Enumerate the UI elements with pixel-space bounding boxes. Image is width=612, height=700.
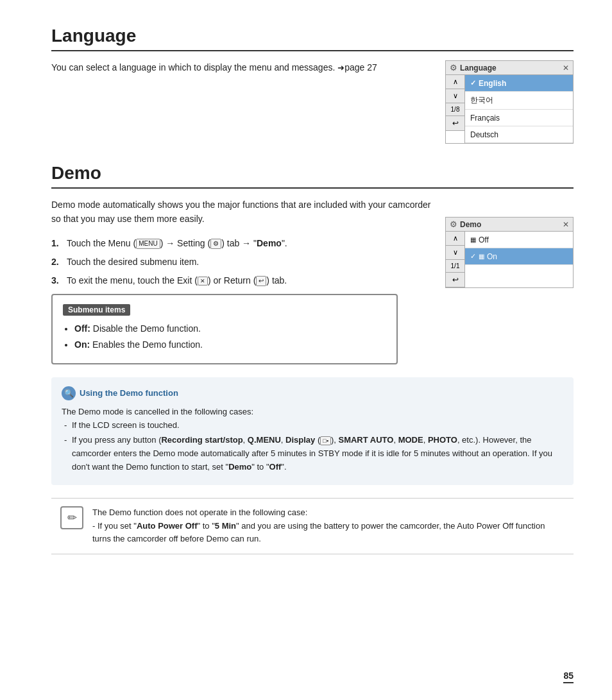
step-2-num: 2. (51, 255, 63, 269)
language-item-label: 한국어 (470, 95, 493, 106)
language-widget-header: ⚙ Language ✕ (446, 61, 573, 75)
demo-widget: ⚙ Demo ✕ ∧ ∨ 1/1 ↩ ▦ Off ✓ (445, 217, 574, 288)
demo-nav-up[interactable]: ∧ (446, 232, 464, 246)
note-intro: The Demo mode is cancelled in the follow… (62, 405, 563, 419)
step-3-num: 3. (51, 274, 63, 287)
language-title: Language (51, 26, 574, 51)
step-2-content: Touch the desired submenu item. (67, 255, 432, 269)
setting-icon: ⚙ (210, 239, 221, 249)
language-item-label: Français (470, 114, 500, 123)
submenu-box: Submenu items Off: Disable the Demo func… (51, 294, 398, 364)
return-icon: ↩ (256, 276, 266, 286)
step-1-num: 1. (51, 237, 63, 250)
language-item-label: English (479, 79, 506, 88)
check-icon: ✓ (470, 79, 476, 87)
auto-power-off-bold: Auto Power Off (137, 521, 198, 531)
language-nav-col: ∧ ∨ 1/8 ↩ (446, 75, 465, 143)
note-item-2: If you press any button (Recording start… (62, 434, 563, 474)
mode-bold: MODE (398, 435, 423, 445)
note-box-content: The Demo mode is cancelled in the follow… (62, 405, 563, 474)
demo-intro: Demo mode automatically shows you the ma… (51, 198, 432, 226)
page-number-value: 85 (563, 670, 574, 683)
demo-off-label: Off (479, 235, 489, 244)
language-return-btn[interactable]: ↩ (446, 116, 464, 131)
demo-items-col: ▦ Off ✓ ▦ On (465, 232, 573, 287)
bottom-note-content: The Demo function does not operate in th… (92, 506, 565, 546)
step-3: 3. To exit the menu, touch the Exit (✕) … (51, 274, 432, 287)
on-icon: ▦ (479, 253, 484, 260)
demo-item-off[interactable]: ▦ Off (465, 232, 573, 248)
language-item-german[interactable]: Deutsch (465, 126, 573, 143)
language-item-korean[interactable]: 한국어 (465, 92, 573, 110)
demo-return-btn[interactable]: ↩ (446, 273, 464, 287)
page-number: 85 (563, 670, 574, 681)
demo-widget-title: Demo (460, 220, 560, 229)
language-item-label: Deutsch (470, 130, 498, 139)
language-nav-up[interactable]: ∧ (446, 75, 464, 89)
off-desc: Disable the Demo function. (93, 323, 201, 334)
demo-title: Demo (51, 163, 574, 189)
step-1-content: Touch the Menu (MENU) → Setting (⚙) tab … (67, 237, 432, 250)
submenu-title: Submenu items (63, 304, 130, 316)
on-check-icon: ✓ (470, 252, 476, 260)
bottom-note-intro: The Demo function does not operate in th… (92, 508, 307, 517)
language-nav-down[interactable]: ∨ (446, 89, 464, 103)
photo-bold: PHOTO (428, 435, 457, 445)
magnifier-icon: 🔍 (62, 386, 76, 400)
steps-list: 1. Touch the Menu (MENU) → Setting (⚙) t… (51, 237, 432, 287)
step-3-content: To exit the menu, touch the Exit (✕) or … (67, 274, 432, 287)
five-min-bold: 5 Min (215, 521, 236, 531)
off-label: Off: (74, 323, 90, 334)
language-description: You can select a language in which to di… (51, 60, 445, 75)
demo-widget-header: ⚙ Demo ✕ (446, 218, 573, 232)
language-desc-text: You can select a language in which to di… (51, 62, 335, 73)
step-2: 2. Touch the desired submenu item. (51, 255, 432, 269)
demo-main: Demo mode automatically shows you the ma… (51, 198, 574, 364)
pencil-icon: ✏ (60, 506, 83, 529)
demo-nav-down[interactable]: ∨ (446, 246, 464, 260)
smart-auto-bold: SMART AUTO (338, 435, 393, 445)
demo-widget-close[interactable]: ✕ (563, 220, 569, 229)
demo-widget-nav: ∧ ∨ 1/1 ↩ ▦ Off ✓ ▦ On (446, 232, 573, 287)
language-widget: ⚙ Language ✕ ∧ ∨ 1/8 ↩ ✓ English 한 (445, 60, 574, 144)
language-widget-nav: ∧ ∨ 1/8 ↩ ✓ English 한국어 Français (446, 75, 573, 143)
step-1: 1. Touch the Menu (MENU) → Setting (⚙) t… (51, 237, 432, 250)
gear-icon: ⚙ (450, 63, 457, 73)
bottom-note: ✏ The Demo function does not operate in … (51, 498, 574, 554)
language-content: You can select a language in which to di… (51, 60, 574, 144)
off-icon: ▦ (470, 236, 476, 243)
note-items: If the LCD screen is touched. If you pre… (62, 419, 563, 474)
on-desc: Enables the Demo function. (92, 339, 203, 350)
note-title: Using the Demo function (80, 388, 178, 398)
gear-icon-demo: ⚙ (450, 219, 457, 229)
menu-icon: MENU (136, 239, 160, 249)
on-label: On: (74, 339, 90, 350)
demo-page-num: 1/1 (446, 260, 464, 273)
note-item-1: If the LCD screen is touched. (62, 419, 563, 432)
submenu-items: Off: Disable the Demo function. On: Enab… (63, 322, 386, 352)
exit-icon: ✕ (198, 277, 208, 286)
note-box: 🔍 Using the Demo function The Demo mode … (51, 377, 574, 485)
language-item-english[interactable]: ✓ English (465, 75, 573, 92)
language-widget-close[interactable]: ✕ (563, 64, 569, 73)
language-items-col: ✓ English 한국어 Français Deutsch (465, 75, 573, 143)
language-page-ref: ➜→page 27page 27 (337, 62, 377, 73)
demo-quote-bold: Demo (228, 462, 251, 472)
language-widget-title: Language (460, 64, 560, 73)
demo-bold: Demo (257, 238, 282, 248)
demo-item-on[interactable]: ✓ ▦ On (465, 248, 573, 265)
note-box-header: 🔍 Using the Demo function (62, 386, 563, 400)
display-icon: □▪ (320, 436, 331, 446)
language-page-num: 1/8 (446, 103, 464, 116)
off-quote-bold: Off (269, 462, 282, 472)
submenu-item-on: On: Enables the Demo function. (74, 338, 386, 352)
demo-section: Demo Demo mode automatically shows you t… (51, 163, 574, 554)
language-section: Language You can select a language in wh… (51, 26, 574, 144)
submenu-item-off: Off: Disable the Demo function. (74, 322, 386, 336)
display-bold: Display (285, 435, 315, 445)
recording-bold: Recording start/stop (161, 435, 242, 445)
qmenu-bold: Q.MENU (248, 435, 281, 445)
demo-on-label: On (487, 252, 497, 261)
demo-nav-col: ∧ ∨ 1/1 ↩ (446, 232, 465, 287)
language-item-french[interactable]: Français (465, 110, 573, 126)
